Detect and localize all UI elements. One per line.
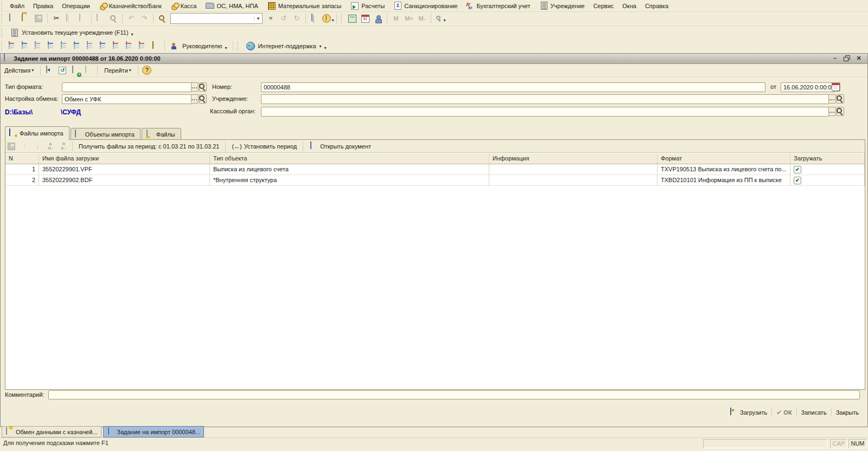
next-bookmark-button[interactable]: ↻ [291,13,303,24]
sort-desc-button[interactable]: ЯА↓ [58,141,69,152]
window-tab-exchange[interactable]: Обмен данными с казначей... [2,426,101,437]
report-osv-account-button[interactable] [46,41,58,51]
menu-help[interactable]: Справка [641,1,673,11]
exchange-open-button[interactable] [199,94,207,104]
prev-bookmark-button[interactable]: ↺ [278,13,290,24]
institution-dropdown-arrow[interactable]: ▾ [131,32,133,37]
close-button[interactable]: ✕ [854,55,863,62]
clipboard-stack-button[interactable] [309,13,321,24]
institution-open-button[interactable] [837,94,844,104]
tab-files[interactable]: Файлы [142,128,181,140]
print-preview-button[interactable] [107,13,119,24]
tab-import-files[interactable]: Файлы импорта [5,126,69,140]
redo-button[interactable]: ↷ [138,13,150,24]
col-header-load[interactable]: Загружать [790,153,865,164]
report-analysis-button[interactable] [33,41,44,51]
report-chess-button[interactable] [150,41,162,51]
format-type-field[interactable] [62,82,192,92]
window-tab-import-task[interactable]: Задание на импорт 0000048... [103,426,205,437]
institution-toolbar-grip[interactable] [1,28,3,37]
info-button[interactable]: i▾ [322,13,334,24]
calendar-button[interactable]: 31 [359,13,371,24]
report-summary-button[interactable] [111,41,123,51]
search-input[interactable] [171,14,254,23]
report-account-card-button[interactable] [20,41,31,51]
report-subconto-button[interactable] [85,41,97,51]
copy-document-button[interactable] [69,65,81,76]
cash-organ-select-button[interactable]: ... [828,107,836,116]
col-header-n[interactable]: N [5,153,39,164]
support-dropdown-arrow[interactable]: ▾ [320,44,322,49]
cut-button[interactable]: ✂ [50,13,62,24]
col-header-info[interactable]: Информация [489,153,658,164]
menu-fixed-assets[interactable]: ОС, НМА, НПА [201,0,262,12]
format-type-open-button[interactable] [199,82,207,92]
manager-reports-button[interactable]: Руководителю ▾ [168,41,230,51]
col-header-format[interactable]: Формат [658,153,790,164]
menu-service[interactable]: Сервис [589,1,618,11]
report-main-book-button[interactable] [137,41,149,51]
minimize-button[interactable]: – [831,55,839,62]
menu-institution[interactable]: Учреждение [535,0,589,12]
info-dropdown-arrow[interactable]: ▾ [332,18,334,23]
memory-recall-button[interactable]: M [390,13,402,24]
number-field[interactable]: 00000488 [261,82,765,92]
load-checkbox[interactable]: ✔ [794,177,801,184]
manager-dropdown-arrow[interactable]: ▾ [225,46,227,50]
undo-button[interactable]: ↶ [125,13,137,24]
load-button[interactable]: Загрузить [725,407,771,418]
support-toolbar-grip[interactable] [237,42,239,50]
search-button[interactable] [156,13,168,24]
get-files-period-button[interactable]: Получить файлы за период: с 01.03.21 по … [75,142,222,151]
memory-subtract-button[interactable]: M- [416,13,428,24]
settings-dropdown-arrow[interactable]: ▾ [443,18,445,23]
date-field[interactable]: 16.06.2020 0:00:00 [781,82,835,92]
copy-button[interactable] [63,13,75,24]
menu-treasury-bank[interactable]: Казначейство/Банк [94,0,166,12]
internet-support-button[interactable]: Интернет-поддержка ▾ ▾ [242,40,329,52]
comment-field[interactable] [48,390,860,400]
load-checkbox[interactable]: ✔ [794,166,801,173]
cash-organ-field[interactable] [261,107,829,117]
repost-button[interactable]: ↺ [56,65,68,76]
report-turnover-subconto-button[interactable] [98,41,110,51]
report-postings-button[interactable] [124,41,136,51]
new-document-button[interactable] [7,13,18,24]
menu-windows[interactable]: Окна [618,1,641,11]
window-titlebar[interactable]: Задание на импорт 00000488 от 16.06.2020… [1,54,867,64]
menu-accounting[interactable]: Бухгалтерский учет [462,0,534,12]
help-button[interactable]: ? [141,65,153,76]
post-and-close-button[interactable] [43,65,55,76]
date-calendar-button[interactable]: :: [833,82,840,92]
menu-material-stock[interactable]: Материальные запасы [263,0,346,12]
goto-menu-button[interactable]: Перейти▾ [100,66,135,75]
set-current-institution-button[interactable]: Установить текущее учреждение (F11) ▾ [7,27,137,38]
exchange-settings-field[interactable]: Обмен с УФК [62,94,192,104]
edit-row-button[interactable] [5,141,17,152]
institution-select-button[interactable]: ... [828,94,836,104]
exchange-select-button[interactable]: ... [191,94,199,104]
table-row[interactable]: 2 35520229902.BDF *Внутренняя структура … [5,175,865,186]
report-turnover-button[interactable] [7,41,18,51]
support-more-arrow[interactable]: ▾ [324,46,327,50]
menu-cash[interactable]: Касса [166,0,201,12]
tab-import-objects[interactable]: Объекты импорта [71,128,141,140]
clear-search-button[interactable]: × [265,13,277,24]
col-header-file[interactable]: Имя файла загрузки [39,153,210,164]
temp-block-button[interactable] [372,13,384,24]
sort-asc-button[interactable]: АЯ↓ [44,141,56,152]
search-dropdown-arrow[interactable]: ▼ [254,16,262,21]
institution-field[interactable] [261,94,829,104]
menu-authorization[interactable]: ΣСанкционирование [389,0,462,12]
calculator-button[interactable] [346,13,358,24]
move-down-button[interactable]: ↓ [31,141,43,152]
main-toolbar-grip[interactable] [1,14,3,23]
menu-edit[interactable]: Правка [29,1,58,11]
memory-add-button[interactable]: M+ [403,13,415,24]
paste-button[interactable] [76,13,88,24]
service-toolbar-grip[interactable] [341,14,343,23]
save-button[interactable] [33,13,44,24]
cash-organ-open-button[interactable] [837,107,844,116]
actions-menu-button[interactable]: Действия▾ [1,66,37,75]
settings-button[interactable]: ▾ [434,13,446,24]
